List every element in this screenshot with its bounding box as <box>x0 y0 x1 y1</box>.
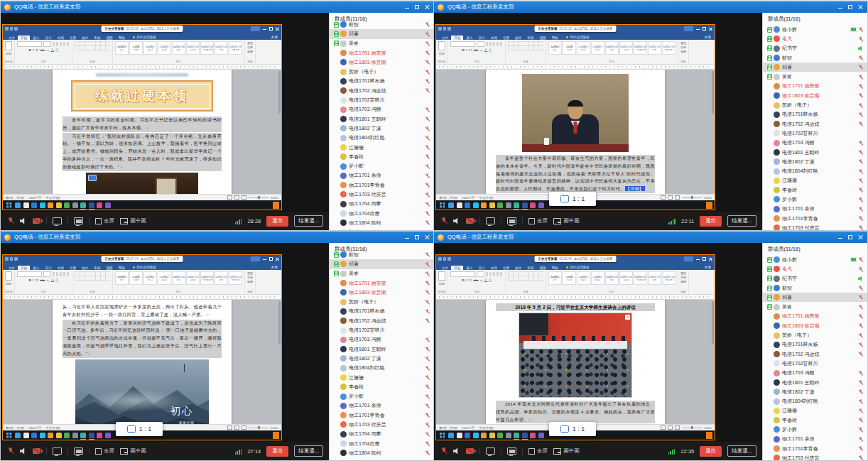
font-buttons[interactable] <box>53 42 70 46</box>
member-row[interactable]: 物工1803 徐芸期 <box>763 91 867 100</box>
taskbar-app-icon[interactable] <box>497 433 503 438</box>
member-row[interactable]: 电信1801 王朝晖 <box>330 345 434 354</box>
member-row[interactable]: 罗小辉 <box>330 391 434 401</box>
editing-button-替换[interactable]: 替换 <box>247 45 253 49</box>
style-chip[interactable]: AaBbCcD副标题 <box>619 271 633 285</box>
taskbar-app-icon[interactable] <box>40 202 45 208</box>
word-restore-button[interactable] <box>269 257 273 261</box>
style-chip-row[interactable]: AaBbC正文AaBI无间隔AaBbC标题 1AaBbC标题 2AaBbCcD标… <box>548 271 676 285</box>
member-row[interactable]: 电信1701林友杨 <box>330 77 434 86</box>
word-account-chip[interactable] <box>251 26 260 31</box>
font-name-box[interactable] <box>17 41 42 47</box>
speaker-icon[interactable] <box>20 448 27 455</box>
word-restore-button[interactable] <box>269 27 273 31</box>
word-document-canvas[interactable]: 头，习近平带人在沼泥地里铲去一米多深的土层，掏出了石头。他还带着几个青年去村外挖… <box>3 300 281 424</box>
doc-image-cave-room[interactable] <box>86 173 198 194</box>
style-chip[interactable]: AaBbCcD标题 <box>605 41 619 55</box>
style-chip[interactable]: AaBbCcD标题 <box>605 271 619 285</box>
member-row[interactable]: 物工1701李青春 <box>330 180 434 190</box>
restore-button[interactable] <box>848 5 852 9</box>
word-account-chip[interactable] <box>251 256 260 261</box>
styles-gallery[interactable]: AaBbC正文AaBI无间隔AaBbC标题 1AaBbC标题 2AaBbCcD标… <box>113 40 245 64</box>
taskbar-app-icon[interactable] <box>89 202 94 208</box>
font-group[interactable]: BIUabcx₂AA 字体 <box>448 270 506 294</box>
font-format-buttons[interactable]: BIUabcx₂AA <box>462 278 491 282</box>
taskbar-app-icon[interactable] <box>448 202 454 208</box>
taskbar-app-icon[interactable] <box>465 202 470 208</box>
paragraph-buttons[interactable] <box>75 41 110 50</box>
end-call-button[interactable]: 结束通... <box>727 215 756 227</box>
style-chip[interactable]: AaBbCcD标题 <box>172 41 185 55</box>
taskbar-app-icon[interactable] <box>56 433 62 438</box>
doc-image-meeting[interactable]: ✕ <box>519 313 632 398</box>
word-restore-button[interactable] <box>702 257 706 261</box>
style-chip[interactable]: AaBbCcD强调 <box>648 271 661 285</box>
taskbar-app-icon[interactable] <box>56 202 62 208</box>
member-row[interactable]: 电信1802 丁潇 <box>763 387 867 396</box>
member-row[interactable]: 电信1703 冯丽 <box>763 139 867 148</box>
editing-buttons[interactable]: 查找替换选择 <box>680 41 686 53</box>
member-list[interactable]: 靳智邱薈黄睿物工1701 姚安俊物工1803 徐芸期贺娇（电子）电信1701林友… <box>330 20 434 230</box>
doc-image-mountain-valley[interactable]: 初心 梁家河篇 <box>75 359 209 424</box>
font-name-box[interactable] <box>450 41 475 47</box>
member-row[interactable]: 邱薈 <box>330 29 434 38</box>
member-row[interactable]: 李春玲 <box>763 416 867 425</box>
image-close-handle[interactable]: ✕ <box>625 315 630 320</box>
fullscreen-button[interactable]: 全屏 <box>528 217 548 224</box>
style-chip[interactable]: AaBbCcD不明显强调 <box>200 41 214 55</box>
speaker-icon[interactable] <box>453 448 460 455</box>
end-call-button[interactable]: 结束通... <box>727 445 756 457</box>
member-row[interactable]: 黄睿 <box>763 72 867 81</box>
member-row[interactable]: 电信1802 丁潇 <box>763 157 867 166</box>
taskbar-app-icon[interactable] <box>40 433 45 438</box>
member-row[interactable]: 物工1703 付庆芸 <box>763 453 867 460</box>
quick-access-toolbar[interactable] <box>438 27 451 31</box>
styles-gallery[interactable]: AaBbC正文AaBI无间隔AaBbC标题 1AaBbC标题 2AaBbCcD标… <box>113 270 245 294</box>
font-buttons[interactable] <box>486 42 503 46</box>
print-layout-icon[interactable] <box>668 195 673 200</box>
share-screen-icon[interactable] <box>53 448 62 455</box>
paragraph-buttons[interactable] <box>508 41 543 50</box>
web-layout-icon[interactable] <box>675 425 680 430</box>
paste-button[interactable]: 粘贴 剪贴板 <box>436 270 448 294</box>
taskbar-app-icon[interactable] <box>465 433 470 438</box>
member-row[interactable]: 靳智 <box>763 283 867 293</box>
minimize-button[interactable] <box>838 5 842 9</box>
fullscreen-button[interactable]: 全屏 <box>95 448 114 455</box>
word-minimize-button[interactable] <box>696 27 700 31</box>
member-row[interactable]: 物工1803 徐芸期 <box>763 321 867 330</box>
editing-group[interactable]: 查找替换选择 编辑 <box>245 270 256 294</box>
member-row[interactable]: 电信1703 冯丽 <box>330 105 434 114</box>
editing-buttons[interactable]: 查找替换选择 <box>680 271 686 283</box>
member-row[interactable]: 电信1702甘林川 <box>763 129 867 138</box>
taskbar-app-icon[interactable] <box>497 202 503 208</box>
web-layout-icon[interactable] <box>675 195 680 200</box>
restore-button[interactable] <box>415 235 419 239</box>
share-screen-icon[interactable] <box>486 217 495 224</box>
member-row[interactable]: 电信1801 王朝晖 <box>763 378 867 387</box>
style-chip[interactable]: AaBbC标题 1 <box>577 271 590 285</box>
member-row[interactable]: 电信1802 丁潇 <box>330 354 434 363</box>
style-chip[interactable]: AaBbC标题 2 <box>158 41 171 55</box>
editing-group[interactable]: 查找替换选择 编辑 <box>678 40 689 64</box>
editing-group[interactable]: 查找替换选择 编辑 <box>678 270 689 294</box>
member-row[interactable]: 邱薈 <box>763 63 867 72</box>
taskbar-app-icon[interactable] <box>457 202 462 208</box>
word-minimize-button[interactable] <box>263 257 266 261</box>
member-row[interactable]: 杜娟 <box>330 458 434 460</box>
taskbar-app-icon[interactable] <box>530 433 536 438</box>
detail-link[interactable]: 【详细】 <box>625 186 645 191</box>
minimize-button[interactable] <box>405 235 409 239</box>
word-document-canvas[interactable]: 青年是整个社会力量中最积极、最有生气的力量，国家的希望在青年，民族的未来在青年。… <box>436 70 715 194</box>
member-row[interactable]: 物工1701 余倩 <box>763 435 867 444</box>
zoom-slider[interactable] <box>682 428 702 428</box>
style-chip[interactable]: AaBbCcD不明显强调 <box>634 41 647 55</box>
read-mode-icon[interactable] <box>227 425 232 430</box>
word-account-chip[interactable] <box>684 26 693 31</box>
close-button[interactable] <box>425 235 429 239</box>
taskbar-app-icon[interactable] <box>80 433 86 438</box>
taskbar-app-icon[interactable] <box>489 433 495 438</box>
document-scrollbar[interactable] <box>278 71 281 114</box>
taskbar-app-icon[interactable] <box>448 433 454 438</box>
member-row[interactable]: 电信1702 冯达炫 <box>330 316 434 325</box>
